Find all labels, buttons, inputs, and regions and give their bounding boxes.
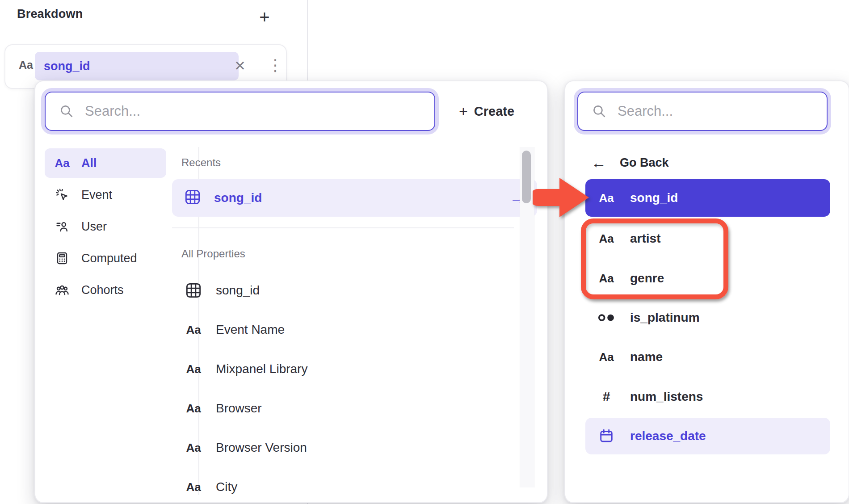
screenshot-root: Breakdown + Aa song_id ✕ ⋮ Search... + C… [0,0,849,504]
property-item-mixpanel-library[interactable]: Aa Mixpanel Library [172,355,537,383]
category-all[interactable]: Aa All [45,148,166,178]
add-breakdown-button[interactable]: + [251,4,278,30]
table-grid-icon [184,281,203,299]
chip-value: song_id [44,59,90,73]
text-type-icon: Aa [596,191,617,205]
table-grid-icon [184,188,202,208]
recents-section-label: Recents [181,156,221,169]
property-item-event-name[interactable]: Aa Event Name [172,315,537,344]
calculator-icon [54,251,71,265]
text-type-icon: Aa [184,441,203,455]
property-item-num-listens[interactable]: # num_listens [585,378,830,416]
category-cohorts[interactable]: Cohorts [45,275,166,305]
breakdown-section-title: Breakdown [17,7,83,21]
kebab-menu-icon[interactable]: ⋮ [267,56,283,75]
scrollbar-thumb[interactable] [522,151,531,203]
text-type-icon: Aa [596,232,617,246]
text-type-icon: Aa [19,59,33,71]
property-picker-panel: Search... + Create Aa All Event User [34,80,548,503]
property-item-browser[interactable]: Aa Browser [172,394,537,423]
search-placeholder: Search... [85,103,140,119]
list-divider [172,227,514,228]
property-item-city[interactable]: Aa City [172,473,537,501]
property-item-genre[interactable]: Aa genre [585,260,830,297]
search-input[interactable]: Search... [577,92,828,131]
create-button[interactable]: + Create [456,96,517,127]
cohorts-people-icon [54,282,71,298]
search-icon [59,104,74,119]
go-back-button[interactable]: ← Go Back [591,153,669,172]
breakdown-property-chip[interactable]: song_id [35,52,239,80]
property-item-name[interactable]: Aa name [585,338,830,376]
category-computed[interactable]: Computed [45,244,166,273]
search-placeholder: Search... [618,103,673,119]
recent-item-song-id[interactable]: song_id → [172,179,537,217]
boolean-type-icon [596,311,617,324]
property-item-song-id[interactable]: Aa song_id [585,179,830,217]
text-type-icon: Aa [596,350,617,364]
property-item-artist[interactable]: Aa artist [585,220,830,257]
property-item-browser-version[interactable]: Aa Browser Version [172,433,537,462]
property-item-is-platinum[interactable]: is_platinum [585,299,830,336]
text-type-icon: Aa [184,402,203,416]
plus-icon: + [259,7,269,27]
event-cursor-icon [54,188,71,202]
calendar-icon [596,428,617,444]
number-type-icon: # [596,389,617,404]
close-icon[interactable]: ✕ [234,58,246,74]
text-type-icon: Aa [54,156,71,170]
arrow-left-icon: ← [591,154,606,172]
text-type-icon: Aa [184,362,203,376]
search-input[interactable]: Search... [45,92,435,131]
user-icon [54,219,71,234]
category-sidebar: Aa All Event User Computed [45,148,166,305]
search-icon [592,104,607,119]
property-drilldown-panel: Search... ← Go Back Aa song_id Aa artist… [564,80,849,503]
all-properties-section-label: All Properties [181,248,245,260]
category-user[interactable]: User [45,212,166,241]
text-type-icon: Aa [596,272,617,286]
property-item-release-date[interactable]: release_date [585,418,830,454]
text-type-icon: Aa [184,323,203,337]
category-event[interactable]: Event [45,180,166,210]
text-type-icon: Aa [184,480,203,494]
scrollbar-track[interactable] [520,147,534,487]
plus-icon: + [459,103,468,120]
property-item-song-id[interactable]: song_id [172,276,537,305]
